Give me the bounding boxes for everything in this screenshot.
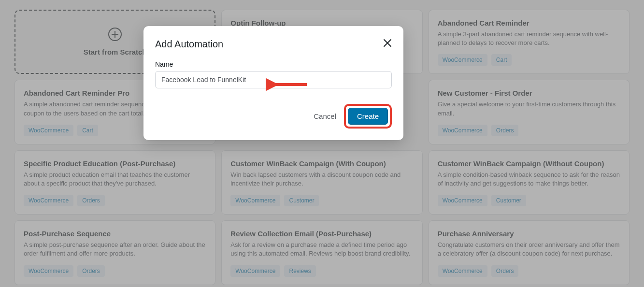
automation-name-input[interactable] xyxy=(155,71,392,88)
close-icon[interactable] xyxy=(383,39,392,49)
modal-title: Add Automation xyxy=(155,39,223,50)
add-automation-modal: Add Automation Name Cancel Create xyxy=(143,26,403,140)
create-button-highlight: Create xyxy=(344,104,392,129)
name-label: Name xyxy=(155,60,392,68)
cancel-button[interactable]: Cancel xyxy=(312,108,338,124)
create-button[interactable]: Create xyxy=(348,108,388,125)
